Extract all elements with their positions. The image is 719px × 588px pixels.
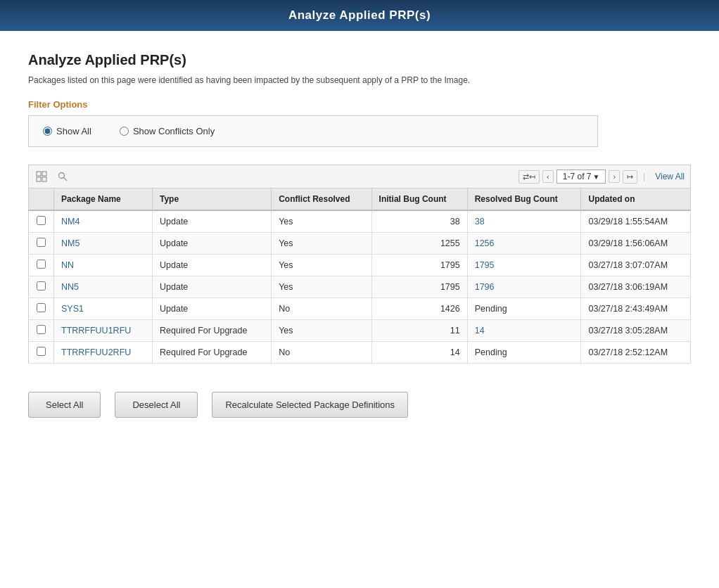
row-updated-on: 03/29/18 1:56:06AM — [581, 233, 691, 255]
main-content: Analyze Applied PRP(s) Packages listed o… — [0, 31, 719, 588]
recalculate-button[interactable]: Recalculate Selected Package Definitions — [212, 392, 408, 418]
row-resolved-bug-count: 1795 — [467, 255, 581, 276]
col-header-package-name: Package Name — [54, 188, 153, 211]
row-checkbox[interactable] — [37, 216, 46, 225]
page-description: Packages listed on this page were identi… — [28, 75, 691, 85]
row-conflict-resolved: Yes — [272, 233, 371, 255]
first-page-btn[interactable]: ⇄↤ — [518, 170, 540, 184]
row-resolved-bug-count: 38 — [467, 210, 581, 233]
row-checkbox-cell — [29, 342, 54, 364]
package-name-link[interactable]: TTRRFFUU2RFU — [61, 347, 131, 357]
filter-options-label: Filter Options — [28, 99, 691, 110]
svg-rect-1 — [42, 172, 46, 176]
package-name-link[interactable]: TTRRFFUU1RFU — [61, 326, 131, 335]
table-row: TTRRFFUU1RFURequired For UpgradeYes11140… — [29, 320, 691, 342]
row-updated-on: 03/27/18 2:52:12AM — [581, 342, 691, 364]
resolved-bug-count-link[interactable]: 1795 — [475, 260, 495, 270]
row-checkbox-cell — [29, 298, 54, 320]
row-updated-on: 03/27/18 2:43:49AM — [581, 298, 691, 320]
row-package-name: TTRRFFUU2RFU — [54, 342, 153, 364]
resolved-bug-count-link[interactable]: 1796 — [475, 282, 495, 292]
page-dropdown-arrow[interactable]: ▼ — [592, 173, 599, 181]
row-type: Update — [153, 233, 272, 255]
row-checkbox[interactable] — [37, 347, 46, 356]
col-header-updated-on: Updated on — [581, 188, 691, 211]
show-all-radio[interactable] — [43, 127, 52, 136]
next-page-btn[interactable]: › — [609, 170, 620, 183]
row-checkbox[interactable] — [37, 303, 46, 312]
row-resolved-bug-count: 14 — [467, 320, 581, 342]
package-name-link[interactable]: NM5 — [61, 238, 79, 248]
show-conflicts-label: Show Conflicts Only — [133, 126, 215, 136]
row-package-name: SYS1 — [54, 298, 153, 320]
package-name-link[interactable]: NM4 — [61, 217, 79, 226]
row-conflict-resolved: Yes — [272, 320, 371, 342]
data-table: Package Name Type Conflict Resolved Init… — [28, 188, 691, 364]
svg-rect-3 — [42, 177, 46, 181]
row-conflict-resolved: Yes — [272, 276, 371, 298]
row-conflict-resolved: No — [272, 298, 371, 320]
table-row: NM4UpdateYes383803/29/18 1:55:54AM — [29, 210, 691, 233]
row-type: Update — [153, 276, 272, 298]
col-header-conflict-resolved: Conflict Resolved — [272, 188, 371, 211]
row-checkbox[interactable] — [37, 325, 46, 334]
package-name-link[interactable]: SYS1 — [61, 304, 84, 314]
prev-page-btn[interactable]: ‹ — [542, 170, 554, 183]
resolved-bug-count-link[interactable]: 1256 — [475, 238, 495, 248]
row-checkbox[interactable] — [37, 281, 46, 290]
row-type: Update — [153, 298, 272, 320]
row-package-name: NN — [54, 255, 153, 276]
col-header-initial-bug-count: Initial Bug Count — [371, 188, 467, 211]
col-header-checkbox — [29, 188, 54, 211]
row-updated-on: 03/29/18 1:55:54AM — [581, 210, 691, 233]
title-bar-text: Analyze Applied PRP(s) — [288, 8, 431, 22]
row-conflict-resolved: Yes — [272, 255, 371, 276]
row-conflict-resolved: No — [272, 342, 371, 364]
show-all-option[interactable]: Show All — [43, 126, 91, 136]
table-row: TTRRFFUU2RFURequired For UpgradeNo14Pend… — [29, 342, 691, 364]
row-initial-bug-count: 14 — [371, 342, 467, 364]
resolved-bug-count-link[interactable]: 38 — [475, 217, 485, 226]
row-checkbox[interactable] — [37, 238, 46, 247]
pagination-separator: | — [643, 172, 645, 181]
row-checkbox-cell — [29, 233, 54, 255]
table-row: NNUpdateYes1795179503/27/18 3:07:07AM — [29, 255, 691, 276]
row-initial-bug-count: 1255 — [371, 233, 467, 255]
svg-rect-2 — [37, 177, 41, 181]
row-checkbox[interactable] — [37, 260, 46, 269]
show-conflicts-option[interactable]: Show Conflicts Only — [120, 126, 215, 136]
col-header-resolved-bug-count: Resolved Bug Count — [467, 188, 581, 211]
row-initial-bug-count: 38 — [371, 210, 467, 233]
package-name-link[interactable]: NN — [61, 260, 74, 270]
last-page-btn[interactable]: ↦ — [623, 170, 637, 184]
grid-view-icon[interactable] — [34, 170, 49, 184]
select-all-button[interactable]: Select All — [28, 392, 101, 418]
table-row: NN5UpdateYes1795179603/27/18 3:06:19AM — [29, 276, 691, 298]
row-resolved-bug-count: Pending — [467, 298, 581, 320]
row-checkbox-cell — [29, 320, 54, 342]
package-name-link[interactable]: NN5 — [61, 282, 79, 292]
row-conflict-resolved: Yes — [272, 210, 371, 233]
row-type: Required For Upgrade — [153, 320, 272, 342]
page-indicator: 1-7 of 7 ▼ — [556, 170, 606, 184]
view-all-link[interactable]: View All — [655, 172, 685, 181]
row-resolved-bug-count: 1796 — [467, 276, 581, 298]
table-row: NM5UpdateYes1255125603/29/18 1:56:06AM — [29, 233, 691, 255]
svg-point-4 — [59, 173, 65, 179]
deselect-all-button[interactable]: Deselect All — [115, 392, 198, 418]
row-type: Update — [153, 255, 272, 276]
row-resolved-bug-count: Pending — [467, 342, 581, 364]
footer-buttons: Select All Deselect All Recalculate Sele… — [28, 381, 691, 418]
row-updated-on: 03/27/18 3:06:19AM — [581, 276, 691, 298]
show-conflicts-radio[interactable] — [120, 127, 129, 136]
row-checkbox-cell — [29, 276, 54, 298]
row-updated-on: 03/27/18 3:05:28AM — [581, 320, 691, 342]
pagination-area: ⇄↤ ‹ 1-7 of 7 ▼ › ↦ | View All — [518, 170, 685, 184]
table-row: SYS1UpdateNo1426Pending03/27/18 2:43:49A… — [29, 298, 691, 320]
row-type: Update — [153, 210, 272, 233]
svg-rect-0 — [37, 172, 41, 176]
row-initial-bug-count: 1426 — [371, 298, 467, 320]
search-icon[interactable] — [56, 170, 70, 184]
row-package-name: NM5 — [54, 233, 153, 255]
resolved-bug-count-link[interactable]: 14 — [475, 326, 485, 335]
